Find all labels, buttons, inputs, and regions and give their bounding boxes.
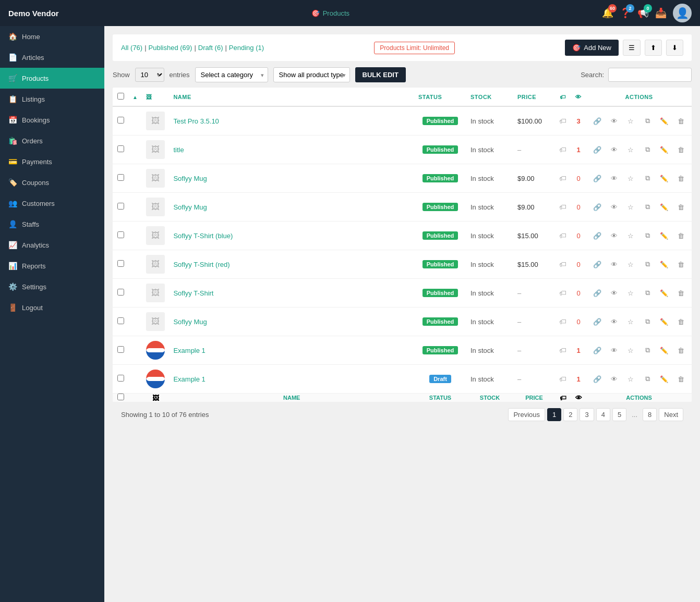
product-name-link[interactable]: Soflyy T-Shirt (blue) — [173, 232, 233, 240]
product-name-link[interactable]: title — [173, 146, 184, 154]
footer-select-all[interactable] — [117, 394, 124, 400]
action-link-icon[interactable]: 🔗 — [590, 315, 604, 328]
action-edit-icon[interactable]: ✏️ — [657, 286, 671, 300]
col-name[interactable]: NAME — [169, 88, 414, 106]
sidebar-item-products[interactable]: 🛒Products — [0, 68, 104, 89]
sidebar-item-home[interactable]: 🏠Home — [0, 26, 104, 47]
sidebar-item-articles[interactable]: 📄Articles — [0, 47, 104, 68]
entries-select[interactable]: 102550100 — [135, 68, 164, 82]
action-star-icon[interactable]: ☆ — [624, 257, 637, 271]
action-view-icon[interactable]: 👁 — [607, 229, 621, 242]
pagination-page-3[interactable]: 3 — [580, 408, 594, 421]
action-edit-icon[interactable]: ✏️ — [657, 143, 671, 156]
action-copy-icon[interactable]: ⧉ — [641, 257, 654, 271]
action-edit-icon[interactable]: ✏️ — [657, 171, 671, 185]
pagination-previous[interactable]: Previous — [508, 408, 545, 421]
row-checkbox[interactable] — [117, 231, 124, 238]
sidebar-item-analytics[interactable]: 📈Analytics — [0, 235, 104, 255]
action-delete-icon[interactable]: 🗑 — [674, 372, 687, 386]
sidebar-item-coupons[interactable]: 🏷️Coupons — [0, 172, 104, 193]
product-name-link[interactable]: Soflyy T-Shirt — [173, 289, 213, 297]
filter-published[interactable]: Published (69) — [149, 44, 192, 52]
action-copy-icon[interactable]: ⧉ — [641, 343, 654, 357]
product-name-link[interactable]: Soflyy Mug — [173, 318, 207, 326]
action-delete-icon[interactable]: 🗑 — [674, 114, 687, 128]
action-copy-icon[interactable]: ⧉ — [641, 114, 654, 128]
product-name-link[interactable]: Test Pro 3.5.10 — [173, 117, 219, 125]
action-copy-icon[interactable]: ⧉ — [641, 171, 654, 185]
action-edit-icon[interactable]: ✏️ — [657, 229, 671, 242]
action-edit-icon[interactable]: ✏️ — [657, 372, 671, 386]
action-view-icon[interactable]: 👁 — [607, 143, 621, 156]
category-select[interactable]: Select a category — [195, 67, 268, 82]
action-edit-icon[interactable]: ✏️ — [657, 200, 671, 214]
row-checkbox[interactable] — [117, 375, 124, 382]
pagination-next[interactable]: Next — [659, 408, 683, 421]
bulk-edit-button[interactable]: BULK EDIT — [355, 67, 406, 82]
action-delete-icon[interactable]: 🗑 — [674, 229, 687, 242]
action-copy-icon[interactable]: ⧉ — [641, 372, 654, 386]
action-view-icon[interactable]: 👁 — [607, 200, 621, 214]
action-view-icon[interactable]: 👁 — [607, 171, 621, 185]
action-copy-icon[interactable]: ⧉ — [641, 286, 654, 300]
announcements-button[interactable]: 📢 0 — [637, 7, 649, 19]
col-stock[interactable]: STOCK — [466, 88, 513, 106]
action-delete-icon[interactable]: 🗑 — [674, 257, 687, 271]
sidebar-item-customers[interactable]: 👥Customers — [0, 193, 104, 214]
product-type-select[interactable]: Show all product type — [273, 67, 350, 82]
action-link-icon[interactable]: 🔗 — [590, 114, 604, 128]
sidebar-item-bookings[interactable]: 📅Bookings — [0, 109, 104, 130]
action-link-icon[interactable]: 🔗 — [590, 229, 604, 242]
download-button[interactable]: ⬇ — [666, 40, 683, 56]
action-star-icon[interactable]: ☆ — [624, 229, 637, 242]
action-edit-icon[interactable]: ✏️ — [657, 315, 671, 328]
sort-arrow-icon[interactable]: ▲ — [132, 94, 138, 100]
sidebar-item-staffs[interactable]: 👤Staffs — [0, 214, 104, 235]
pagination-page-8[interactable]: 8 — [643, 408, 657, 421]
search-input[interactable] — [608, 68, 692, 82]
action-star-icon[interactable]: ☆ — [624, 372, 637, 386]
product-name-link[interactable]: Example 1 — [173, 375, 205, 383]
product-name-link[interactable]: Soflyy Mug — [173, 175, 207, 182]
action-link-icon[interactable]: 🔗 — [590, 171, 604, 185]
action-star-icon[interactable]: ☆ — [624, 315, 637, 328]
questions-button[interactable]: ❓ 2 — [620, 7, 631, 19]
filter-all[interactable]: All (76) — [121, 44, 142, 52]
action-edit-icon[interactable]: ✏️ — [657, 343, 671, 357]
row-checkbox[interactable] — [117, 346, 124, 353]
row-checkbox[interactable] — [117, 174, 124, 181]
pagination-page-4[interactable]: 4 — [596, 408, 610, 421]
action-view-icon[interactable]: 👁 — [607, 114, 621, 128]
action-star-icon[interactable]: ☆ — [624, 286, 637, 300]
col-status[interactable]: STATUS — [414, 88, 466, 106]
action-copy-icon[interactable]: ⧉ — [641, 200, 654, 214]
product-name-link[interactable]: Soflyy Mug — [173, 203, 207, 211]
action-delete-icon[interactable]: 🗑 — [674, 143, 687, 156]
row-checkbox[interactable] — [117, 117, 124, 124]
action-edit-icon[interactable]: ✏️ — [657, 114, 671, 128]
action-delete-icon[interactable]: 🗑 — [674, 200, 687, 214]
action-star-icon[interactable]: ☆ — [624, 114, 637, 128]
product-name-link[interactable]: Soflyy T-Shirt (red) — [173, 261, 230, 268]
sidebar-item-logout[interactable]: 🚪Logout — [0, 297, 104, 318]
action-view-icon[interactable]: 👁 — [607, 315, 621, 328]
action-delete-icon[interactable]: 🗑 — [674, 315, 687, 328]
action-delete-icon[interactable]: 🗑 — [674, 343, 687, 357]
action-link-icon[interactable]: 🔗 — [590, 286, 604, 300]
inbox-button[interactable]: 📥 — [655, 7, 667, 19]
sidebar-item-listings[interactable]: 📋Listings — [0, 89, 104, 109]
action-link-icon[interactable]: 🔗 — [590, 200, 604, 214]
action-copy-icon[interactable]: ⧉ — [641, 315, 654, 328]
row-checkbox[interactable] — [117, 203, 124, 210]
row-checkbox[interactable] — [117, 260, 124, 267]
action-star-icon[interactable]: ☆ — [624, 171, 637, 185]
action-star-icon[interactable]: ☆ — [624, 343, 637, 357]
col-price[interactable]: PRICE — [513, 88, 555, 106]
action-star-icon[interactable]: ☆ — [624, 200, 637, 214]
filter-pending[interactable]: Pending (1) — [229, 44, 264, 52]
row-checkbox[interactable] — [117, 289, 124, 296]
pagination-page-2[interactable]: 2 — [563, 408, 577, 421]
row-checkbox[interactable] — [117, 145, 124, 152]
action-copy-icon[interactable]: ⧉ — [641, 143, 654, 156]
sidebar-item-settings[interactable]: ⚙️Settings — [0, 276, 104, 297]
